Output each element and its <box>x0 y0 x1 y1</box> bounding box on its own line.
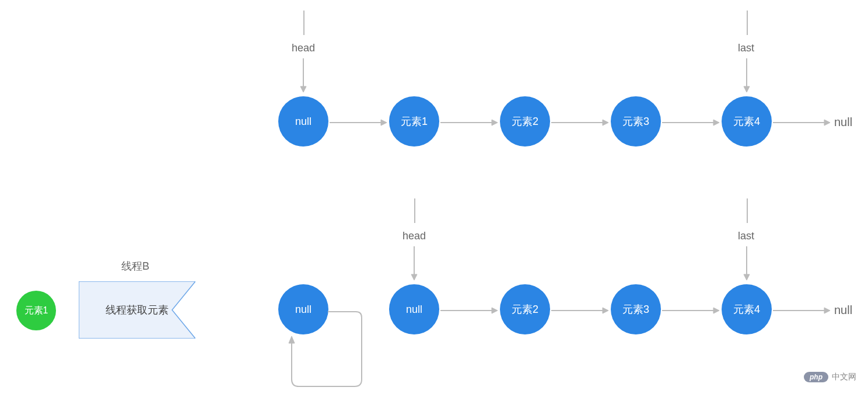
bottom-node-4: 元素4 <box>722 284 772 334</box>
last-arrow-top <box>741 58 752 93</box>
bottom-node-3: 元素3 <box>611 284 661 334</box>
top-node-1: 元素1 <box>389 96 439 147</box>
last-arrow-bottom <box>741 246 752 281</box>
top-link-2-3 <box>551 117 610 128</box>
bottom-null-end: null <box>834 304 852 317</box>
thread-name-label: 线程B <box>121 259 149 273</box>
svg-marker-13 <box>713 120 719 125</box>
head-arrow-bottom <box>408 246 420 281</box>
bottom-self-loop <box>280 309 368 391</box>
top-node-4: 元素4 <box>722 96 772 147</box>
top-link-3-4 <box>662 117 720 128</box>
watermark-text: 中文网 <box>832 372 856 382</box>
svg-marker-2 <box>300 86 306 92</box>
bottom-node-1: null <box>389 284 439 334</box>
top-link-4-null <box>773 117 831 128</box>
svg-marker-15 <box>824 120 830 125</box>
php-badge: php <box>804 372 828 382</box>
svg-marker-5 <box>744 86 750 92</box>
svg-marker-11 <box>603 120 608 125</box>
svg-marker-30 <box>824 308 830 313</box>
bottom-link-4-null <box>773 305 831 316</box>
top-link-1-2 <box>440 117 499 128</box>
svg-marker-9 <box>492 120 498 125</box>
svg-marker-28 <box>713 308 719 313</box>
svg-marker-18 <box>411 274 417 280</box>
head-tick-top <box>303 11 304 35</box>
svg-marker-7 <box>381 120 387 125</box>
result-element-node: 元素1 <box>16 291 56 330</box>
last-tick-bottom <box>747 198 748 223</box>
head-tick-bottom <box>414 198 415 223</box>
svg-marker-26 <box>603 308 608 313</box>
thread-action-label: 线程获取元素 <box>106 303 169 317</box>
watermark: php 中文网 <box>804 372 856 382</box>
svg-marker-21 <box>744 274 750 280</box>
head-label-bottom: head <box>402 230 426 242</box>
top-node-0: null <box>278 96 328 147</box>
top-node-2: 元素2 <box>500 96 550 147</box>
bottom-link-3-4 <box>662 305 720 316</box>
top-node-3: 元素3 <box>611 96 661 147</box>
last-label-top: last <box>738 42 754 54</box>
top-link-0-1 <box>330 117 388 128</box>
head-label-top: head <box>292 42 315 54</box>
svg-marker-24 <box>492 308 498 313</box>
top-null-end: null <box>834 116 852 129</box>
head-arrow-top <box>298 58 309 93</box>
last-label-bottom: last <box>738 230 754 242</box>
svg-marker-22 <box>289 336 295 343</box>
thread-action-shape: 线程获取元素 <box>79 281 195 339</box>
bottom-link-1-2 <box>440 305 499 316</box>
bottom-link-2-3 <box>551 305 610 316</box>
last-tick-top <box>747 11 748 35</box>
bottom-node-2: 元素2 <box>500 284 550 334</box>
